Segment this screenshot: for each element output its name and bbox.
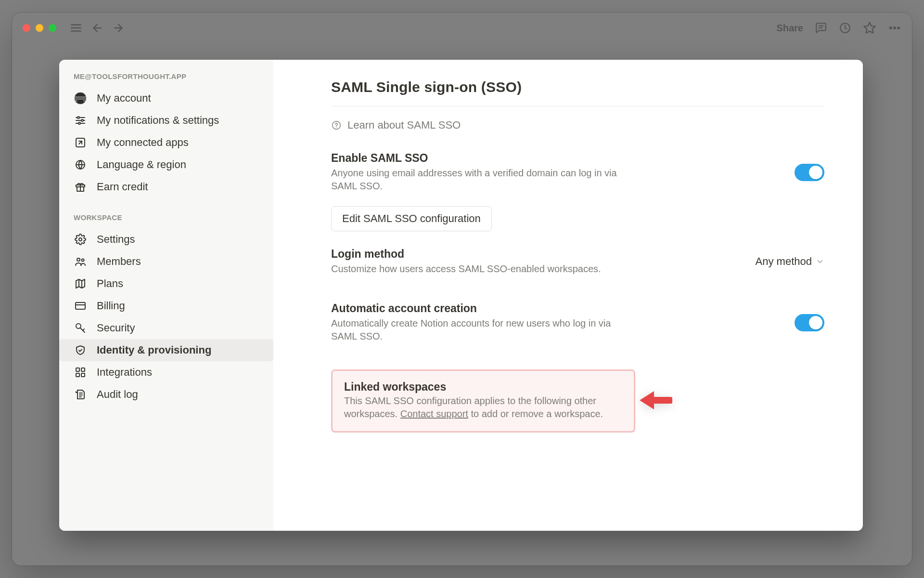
svg-marker-44 xyxy=(640,391,654,409)
gear-icon xyxy=(74,234,87,245)
svg-rect-36 xyxy=(81,368,85,371)
setting-title: Login method xyxy=(331,248,601,261)
sidebar-item-label: Plans xyxy=(97,277,123,290)
zoom-window[interactable] xyxy=(49,24,56,32)
sidebar-item-label: Audit log xyxy=(97,388,138,401)
svg-rect-30 xyxy=(76,302,85,309)
star-icon[interactable] xyxy=(863,21,876,35)
map-icon xyxy=(74,278,87,289)
setting-title: Linked workspaces xyxy=(344,381,622,394)
avatar-icon xyxy=(74,92,87,105)
titlebar: Share xyxy=(12,13,912,43)
gift-icon xyxy=(74,181,87,193)
svg-marker-8 xyxy=(864,22,875,33)
globe-icon xyxy=(74,159,87,171)
sidebar-item-audit-log[interactable]: Audit log xyxy=(59,383,273,406)
select-value: Any method xyxy=(756,255,812,268)
help-icon xyxy=(331,120,342,131)
svg-rect-37 xyxy=(76,373,79,377)
setting-auto-account: Automatic account creation Automatically… xyxy=(331,302,824,354)
svg-point-17 xyxy=(78,122,80,124)
svg-marker-27 xyxy=(76,279,85,288)
sidebar-workspace-header: WORKSPACE xyxy=(59,213,273,228)
minimize-window[interactable] xyxy=(36,24,43,32)
sidebar-item-label: My connected apps xyxy=(97,136,189,149)
clock-icon[interactable] xyxy=(839,22,851,34)
sidebar-item-connected-apps[interactable]: My connected apps xyxy=(59,131,273,154)
setting-login-method: Login method Customize how users access … xyxy=(331,248,824,286)
annotation-arrow-icon xyxy=(640,388,675,414)
setting-title: Enable SAML SSO xyxy=(331,152,620,165)
toggle-auto-account[interactable] xyxy=(795,314,824,331)
contact-support-link[interactable]: Contact support xyxy=(400,408,468,419)
setting-title: Automatic account creation xyxy=(331,302,620,315)
svg-point-25 xyxy=(77,258,80,261)
toggle-enable-saml[interactable] xyxy=(795,164,824,181)
members-icon xyxy=(74,256,87,267)
page-title: SAML Single sign-on (SSO) xyxy=(331,79,824,106)
settings-content: SAML Single sign-on (SSO) Learn about SA… xyxy=(273,60,863,531)
sidebar-item-members[interactable]: Members xyxy=(59,250,273,273)
sidebar-item-plans[interactable]: Plans xyxy=(59,273,273,295)
key-icon xyxy=(74,322,87,334)
sidebar-item-label: Security xyxy=(97,322,135,334)
sidebar-item-my-account[interactable]: My account xyxy=(59,87,273,109)
sidebar-item-label: Identity & provisioning xyxy=(97,344,211,356)
sidebar-item-integrations[interactable]: Integrations xyxy=(59,361,273,383)
svg-point-15 xyxy=(77,117,79,118)
back-icon[interactable] xyxy=(91,22,103,34)
grid-icon xyxy=(74,367,87,378)
close-window[interactable] xyxy=(23,24,30,32)
menu-icon[interactable] xyxy=(70,22,82,34)
sidebar-item-language[interactable]: Language & region xyxy=(59,154,273,176)
setting-enable-saml: Enable SAML SSO Anyone using email addre… xyxy=(331,152,824,203)
share-label[interactable]: Share xyxy=(776,23,803,34)
edit-saml-config-button[interactable]: Edit SAML SSO configuration xyxy=(331,206,492,231)
svg-rect-38 xyxy=(81,373,85,377)
setting-desc: Automatically create Notion accounts for… xyxy=(331,317,620,343)
settings-modal: ME@TOOLSFORTHOUGHT.APP My account My not… xyxy=(59,60,863,531)
external-link-icon xyxy=(74,137,87,148)
sidebar-item-settings[interactable]: Settings xyxy=(59,228,273,250)
app-window: Share xyxy=(12,13,912,565)
setting-desc: Anyone using email addresses with a veri… xyxy=(331,167,620,193)
svg-rect-45 xyxy=(653,397,672,404)
learn-link[interactable]: Learn about SAML SSO xyxy=(331,119,824,131)
svg-point-24 xyxy=(79,238,82,241)
sidebar-item-earn-credit[interactable]: Earn credit xyxy=(59,176,273,198)
sliders-icon xyxy=(74,115,87,126)
sidebar-item-label: Earn credit xyxy=(97,181,148,193)
login-method-select[interactable]: Any method xyxy=(756,255,824,268)
shield-icon xyxy=(74,344,87,356)
svg-line-33 xyxy=(80,328,85,333)
svg-rect-35 xyxy=(76,368,79,371)
setting-desc: Customize how users access SAML SSO-enab… xyxy=(331,263,601,276)
sidebar-item-identity[interactable]: Identity & provisioning xyxy=(59,339,273,361)
sidebar-item-label: Billing xyxy=(97,300,125,312)
svg-point-9 xyxy=(890,27,892,29)
svg-point-26 xyxy=(82,259,84,262)
sidebar-item-label: My notifications & settings xyxy=(97,114,219,127)
linked-workspaces-callout: Linked workspaces This SAML SSO configur… xyxy=(331,369,635,433)
credit-card-icon xyxy=(74,300,87,312)
sidebar-item-label: Integrations xyxy=(97,366,152,379)
sidebar-item-label: My account xyxy=(97,92,151,105)
svg-point-10 xyxy=(894,27,896,29)
svg-point-16 xyxy=(81,119,83,121)
sidebar-item-security[interactable]: Security xyxy=(59,317,273,339)
sidebar-item-label: Members xyxy=(97,255,141,268)
traffic-lights[interactable] xyxy=(23,24,56,32)
comment-icon[interactable] xyxy=(815,22,827,34)
sidebar-item-notifications[interactable]: My notifications & settings xyxy=(59,109,273,131)
svg-line-34 xyxy=(83,329,84,330)
learn-label: Learn about SAML SSO xyxy=(347,119,461,131)
settings-sidebar: ME@TOOLSFORTHOUGHT.APP My account My not… xyxy=(59,60,273,531)
sidebar-item-billing[interactable]: Billing xyxy=(59,295,273,317)
forward-icon[interactable] xyxy=(112,22,125,34)
more-icon[interactable] xyxy=(888,21,901,35)
setting-desc: This SAML SSO configuration applies to t… xyxy=(344,394,622,420)
sidebar-item-label: Language & region xyxy=(97,158,186,171)
svg-point-11 xyxy=(898,27,900,29)
log-icon xyxy=(74,389,87,400)
sidebar-account-header: ME@TOOLSFORTHOUGHT.APP xyxy=(59,72,273,87)
